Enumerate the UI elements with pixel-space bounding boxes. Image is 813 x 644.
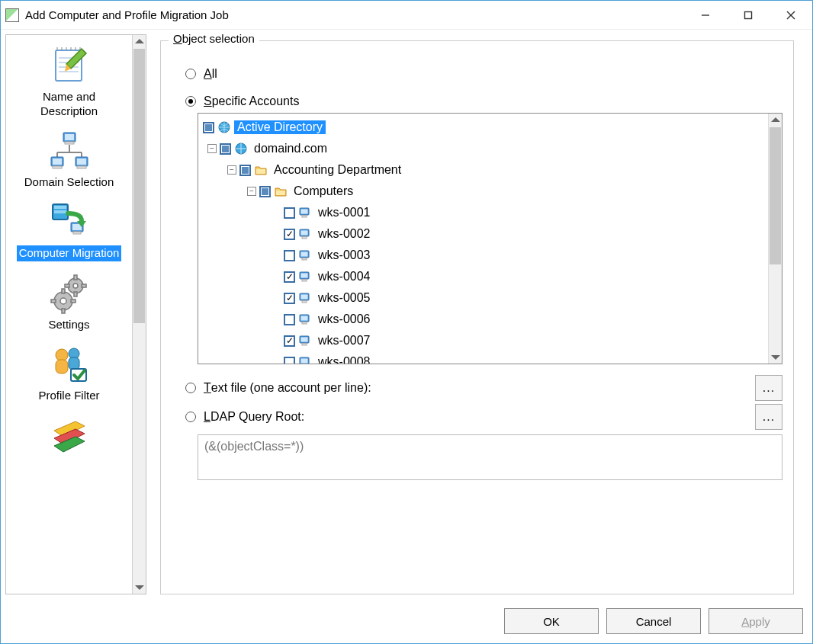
sidebar-scrollbar-thumb[interactable] [133, 49, 145, 323]
svg-rect-62 [301, 231, 308, 235]
svg-rect-35 [73, 232, 81, 234]
radio-label-prefix: T [204, 381, 211, 395]
radio-label-prefix: S [204, 95, 212, 108]
tree-checkbox[interactable] [284, 229, 295, 240]
sidebar-scrollbar[interactable] [132, 35, 146, 594]
tree-node-computer[interactable]: wks-0002 [203, 223, 765, 245]
sidebar-item-label: Domain Selection [24, 175, 114, 190]
tree-scrollbar-thumb[interactable] [770, 127, 781, 264]
svg-rect-78 [302, 344, 307, 346]
tree-expander[interactable]: − [247, 187, 256, 196]
svg-rect-66 [302, 258, 307, 261]
tree-node-computer[interactable]: wks-0003 [203, 245, 765, 266]
svg-rect-57 [276, 191, 285, 195]
svg-rect-72 [302, 301, 307, 303]
ok-button[interactable]: OK [504, 608, 599, 634]
tree-node-label: wks-0007 [315, 334, 373, 348]
wizard-sidebar: Name and Description Domain Selection [5, 34, 146, 594]
tree-node-label: domaind.com [251, 142, 330, 155]
radio-specific-accounts[interactable]: Specific Accounts [185, 95, 782, 108]
tree-checkbox[interactable] [284, 357, 295, 364]
svg-rect-29 [77, 166, 86, 168]
tree-node-label: wks-0005 [315, 291, 373, 305]
sidebar-item-next[interactable] [6, 408, 132, 464]
server-sync-icon [45, 197, 94, 245]
main-panel: Object selection All Specific Accounts [146, 34, 808, 594]
tree-checkbox[interactable] [239, 165, 251, 176]
svg-rect-65 [301, 252, 308, 257]
browse-text-file-button[interactable]: ... [755, 375, 782, 401]
close-button[interactable] [770, 1, 812, 30]
tree-node-ou[interactable]: − Accounting Department [203, 159, 765, 181]
maximize-button[interactable] [727, 1, 770, 30]
radio-ldap-query[interactable]: LDAP Query Root: [185, 410, 304, 424]
tree-node-computer[interactable]: wks-0005 [203, 287, 765, 309]
radio-label-prefix: L [204, 410, 210, 424]
tree-checkbox[interactable] [203, 122, 214, 133]
window-title: Add Computer and Profile Migration Job [25, 8, 229, 21]
svg-rect-28 [77, 159, 86, 165]
tree-checkbox[interactable] [284, 271, 295, 283]
tree-node-computer[interactable]: wks-0006 [203, 309, 765, 330]
tree-checkbox[interactable] [284, 207, 295, 219]
radio-label-prefix: A [204, 67, 212, 81]
tree-checkbox[interactable] [284, 335, 295, 347]
svg-rect-68 [301, 274, 308, 278]
tree-node-sub[interactable]: − Computers [203, 181, 765, 202]
radio-icon [185, 383, 196, 393]
globe-icon [234, 142, 248, 155]
sidebar-item-label: Profile Filter [38, 389, 99, 403]
svg-rect-60 [302, 216, 307, 218]
tree-checkbox[interactable] [220, 143, 231, 155]
object-selection-group: Object selection All Specific Accounts [160, 40, 794, 594]
tree-node-label: Active Directory [234, 120, 326, 134]
tree-node-label: wks-0003 [315, 248, 373, 262]
svg-rect-47 [51, 300, 56, 303]
tree-node-label: wks-0006 [315, 312, 373, 326]
radio-all[interactable]: All [185, 67, 782, 81]
tree-checkbox[interactable] [284, 250, 295, 261]
tree-node-label: Computers [291, 184, 356, 198]
svg-rect-80 [301, 359, 308, 364]
radio-icon [185, 69, 196, 79]
sidebar-item-domain-selection[interactable]: Domain Selection [6, 123, 132, 194]
radio-label-rest: ext file (one account per line): [211, 381, 371, 395]
tree-expander[interactable]: − [207, 144, 217, 153]
apply-button[interactable]: Apply [709, 608, 803, 634]
sidebar-item-computer-migration[interactable]: Computer Migration [6, 194, 132, 266]
app-icon [5, 8, 19, 22]
tree-node-computer[interactable]: wks-0001 [203, 202, 765, 223]
tree-node-domain[interactable]: − domaind.com [203, 138, 765, 159]
tree-scrollbar[interactable] [768, 114, 782, 364]
svg-rect-71 [301, 295, 308, 300]
sidebar-item-settings[interactable]: Settings [6, 266, 132, 337]
tree-checkbox[interactable] [284, 293, 295, 304]
tree-expander[interactable]: − [227, 165, 236, 175]
folder-ou-icon [254, 163, 268, 177]
tree-node-root[interactable]: Active Directory [203, 117, 765, 138]
svg-rect-45 [62, 289, 65, 293]
people-check-icon [45, 340, 94, 389]
ldap-query-input[interactable]: (&(objectClass=*)) [198, 434, 782, 480]
cancel-button[interactable]: Cancel [606, 608, 701, 634]
sidebar-item-name-description[interactable]: Name and Description [6, 38, 132, 123]
sidebar-item-profile-filter[interactable]: Profile Filter [6, 337, 132, 408]
computer-icon [298, 334, 312, 348]
tree-node-computer[interactable]: wks-0008 [203, 351, 765, 364]
tree-node-computer[interactable]: wks-0007 [203, 330, 765, 351]
svg-rect-23 [65, 142, 74, 144]
tree-checkbox[interactable] [284, 314, 295, 325]
accounts-tree[interactable]: Active Directory − domaind.com [198, 113, 782, 364]
svg-rect-42 [82, 284, 86, 287]
minimize-button[interactable] [684, 1, 727, 30]
svg-point-38 [73, 284, 78, 288]
svg-rect-56 [256, 169, 265, 174]
tree-node-label: wks-0002 [315, 227, 373, 241]
radio-icon [185, 96, 196, 107]
browse-ldap-button[interactable]: ... [755, 404, 782, 430]
svg-point-44 [60, 298, 66, 304]
radio-text-file[interactable]: Text file (one account per line): [185, 381, 371, 395]
tree-node-computer[interactable]: wks-0004 [203, 266, 765, 287]
svg-rect-48 [71, 300, 76, 303]
tree-checkbox[interactable] [259, 186, 271, 197]
